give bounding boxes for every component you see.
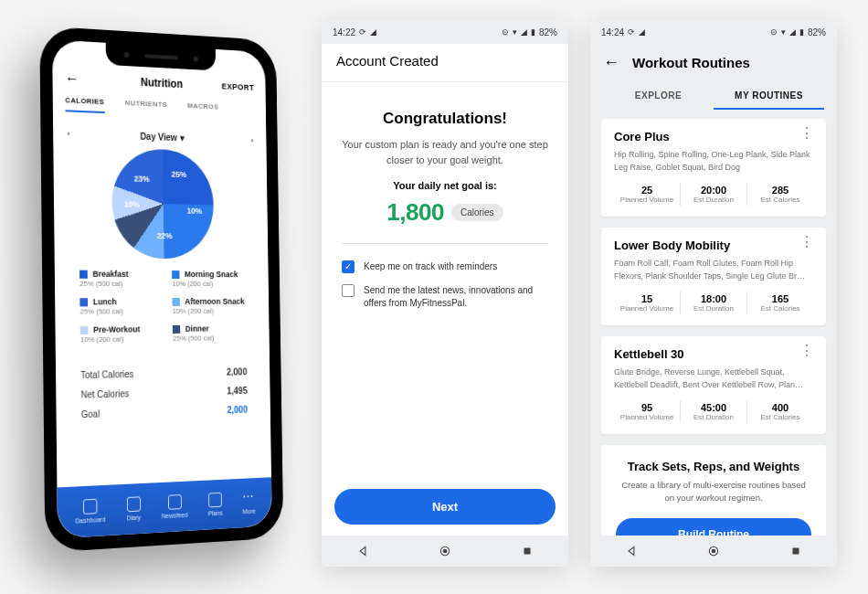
dnd-icon: ⊝ — [770, 27, 778, 37]
dayview-label: Day View — [140, 132, 177, 143]
android-nav-bar — [590, 536, 837, 567]
checkbox-checked-icon: ✓ — [342, 260, 355, 273]
tab-calories[interactable]: CALORIES — [65, 96, 104, 113]
swatch-icon — [172, 298, 179, 306]
svg-point-1 — [443, 549, 448, 554]
svg-rect-5 — [793, 548, 799, 555]
goal-value: 2,000 — [227, 405, 248, 416]
battery-icon: ▮ — [799, 27, 804, 37]
back-icon[interactable]: ← — [65, 70, 79, 88]
build-routine-button[interactable]: Build Routine — [616, 518, 811, 536]
status-bar: 14:24⟳◢ ⊝▾◢▮82% — [590, 20, 837, 44]
goal-label: Goal — [81, 409, 100, 420]
routine-desc: Hip Rolling, Spine Rolling, One-Leg Plan… — [614, 149, 813, 174]
congrats-subtext: Your custom plan is ready and you're one… — [342, 137, 548, 167]
clock: 14:22 — [333, 27, 355, 37]
android-mockup-account: 14:22⟳◢ ⊝▾◢▮82% Account Created Congratu… — [322, 20, 568, 567]
home-nav-icon[interactable] — [707, 545, 720, 557]
svg-rect-2 — [524, 548, 531, 555]
routine-desc: Glute Bridge, Reverse Lunge, Kettlebell … — [614, 366, 813, 391]
pie-slice-label: 25% — [172, 170, 187, 179]
sync-icon: ⟳ — [628, 27, 635, 37]
tab-nutrients[interactable]: NUTRIENTS — [125, 99, 167, 116]
nav-more[interactable]: ⋯More — [242, 491, 256, 514]
back-nav-icon[interactable] — [625, 545, 638, 557]
page-title: Account Created — [322, 44, 568, 82]
prev-day-button[interactable]: ‹ — [68, 130, 70, 138]
reminders-label: Keep me on track with reminders — [364, 260, 497, 273]
daily-goal-label: Your daily net goal is: — [342, 180, 548, 191]
recents-nav-icon[interactable] — [789, 545, 802, 557]
swatch-icon — [79, 298, 88, 306]
status-bar: 14:22⟳◢ ⊝▾◢▮82% — [322, 20, 568, 44]
android-nav-bar — [322, 536, 568, 567]
cell-icon: ◢ — [521, 27, 527, 37]
nav-newsfeed[interactable]: Newsfeed — [161, 494, 187, 520]
cell-icon: ◢ — [789, 27, 796, 37]
home-nav-icon[interactable] — [439, 545, 451, 557]
svg-point-4 — [712, 549, 716, 554]
total-calories-label: Total Calories — [80, 369, 133, 380]
total-calories-value: 2,000 — [227, 367, 248, 377]
swatch-icon — [79, 270, 88, 279]
routine-card[interactable]: Core Plus⋮ Hip Rolling, Spine Rolling, O… — [601, 119, 826, 217]
page-title: Workout Routines — [632, 55, 750, 70]
daily-goal-unit: Calories — [451, 204, 503, 221]
calories-pie-chart: 25% 23% 10% 22% 10% — [111, 148, 215, 260]
pie-slice-label: 10% — [124, 199, 140, 208]
newsfeed-icon — [167, 494, 181, 510]
nav-plans[interactable]: Plans — [207, 493, 222, 517]
export-button[interactable]: EXPORT — [222, 81, 255, 92]
promo-title: Track Sets, Reps, and Weights — [616, 460, 811, 473]
tab-my-routines[interactable]: MY ROUTINES — [714, 81, 824, 110]
clock: 14:24 — [601, 27, 624, 37]
page-title: Nutrition — [141, 76, 183, 90]
bottom-nav: Dashboard Diary Newsfeed Plans ⋯More — [57, 477, 271, 538]
routine-card[interactable]: Kettlebell 30⋮ Glute Bridge, Reverse Lun… — [601, 336, 826, 434]
net-calories-label: Net Calories — [81, 389, 130, 401]
sync-icon: ⟳ — [359, 27, 366, 37]
congrats-heading: Congratulations! — [342, 110, 548, 128]
recents-nav-icon[interactable] — [521, 545, 534, 557]
nav-dashboard[interactable]: Dashboard — [75, 498, 105, 524]
daily-goal-value: 1,800 — [386, 198, 444, 227]
routine-title: Kettlebell 30 — [614, 347, 684, 361]
chevron-down-icon: ▾ — [180, 133, 185, 143]
wifi-icon: ▾ — [513, 27, 517, 37]
swatch-icon — [173, 325, 180, 334]
dnd-icon: ⊝ — [502, 27, 509, 37]
net-calories-value: 1,495 — [227, 386, 248, 396]
back-icon[interactable]: ← — [603, 53, 619, 72]
promo-card: Track Sets, Reps, and Weights Create a l… — [601, 445, 826, 536]
kebab-icon[interactable]: ⋮ — [799, 130, 813, 137]
reminders-checkbox-row[interactable]: ✓ Keep me on track with reminders — [342, 260, 548, 273]
plans-icon — [208, 493, 222, 508]
newsletter-checkbox-row[interactable]: Send me the latest news, innovations and… — [342, 284, 548, 310]
back-nav-icon[interactable] — [356, 545, 369, 557]
nav-diary[interactable]: Diary — [126, 496, 141, 521]
routine-title: Lower Body Mobility — [614, 239, 730, 252]
routine-desc: Foam Roll Calf, Foam Roll Glutes, Foam R… — [614, 258, 813, 282]
more-icon: ⋯ — [242, 491, 256, 506]
next-day-button[interactable]: › — [251, 136, 253, 144]
battery-icon: ▮ — [531, 27, 535, 37]
kebab-icon[interactable]: ⋮ — [799, 347, 813, 355]
tab-explore[interactable]: EXPLORE — [603, 81, 714, 110]
wifi-icon: ▾ — [781, 27, 786, 37]
pie-slice-label: 22% — [157, 231, 173, 240]
pie-legend: Breakfast25% (500 cal) Morning Snack10% … — [67, 270, 258, 345]
pie-slice-label: 23% — [134, 174, 150, 183]
newsletter-label: Send me the latest news, innovations and… — [364, 284, 548, 310]
dayview-selector[interactable]: Day View ▾ — [140, 132, 185, 143]
battery-pct: 82% — [539, 27, 557, 37]
battery-pct: 82% — [808, 27, 826, 37]
diary-icon — [126, 496, 140, 512]
tab-macros[interactable]: MACROS — [187, 101, 219, 118]
promo-subtext: Create a library of multi-exercise routi… — [616, 479, 811, 505]
checkbox-empty-icon — [342, 284, 355, 297]
routine-card[interactable]: Lower Body Mobility⋮ Foam Roll Calf, Foa… — [601, 228, 826, 325]
next-button[interactable]: Next — [334, 489, 556, 525]
signal-icon: ◢ — [639, 27, 645, 37]
pie-slice-label: 10% — [187, 207, 203, 216]
kebab-icon[interactable]: ⋮ — [799, 239, 813, 246]
